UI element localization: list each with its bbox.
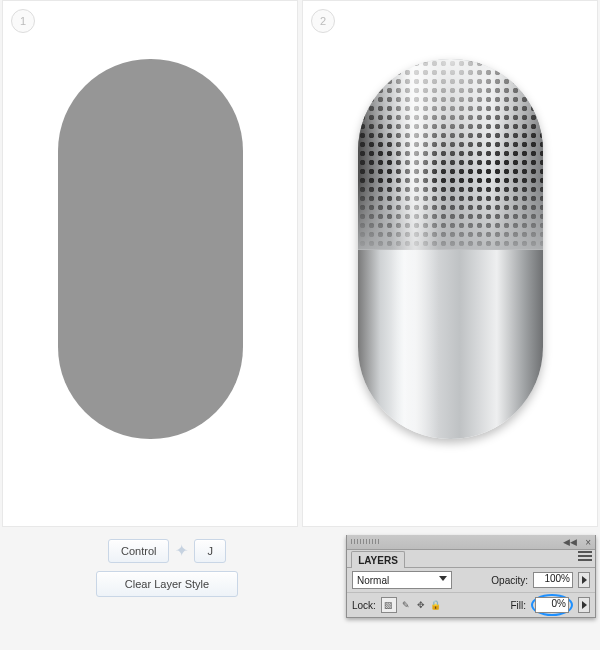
opacity-field[interactable]: 100% bbox=[533, 572, 573, 588]
step-panel-1: 1 bbox=[2, 0, 298, 527]
lock-label: Lock: bbox=[352, 600, 376, 611]
capsule-shape-flat bbox=[58, 59, 243, 439]
capsule-grille-pattern bbox=[358, 59, 543, 250]
key-j[interactable]: J bbox=[194, 539, 226, 563]
palette-close-icon[interactable]: × bbox=[585, 537, 591, 548]
clear-layer-style-button[interactable]: Clear Layer Style bbox=[96, 571, 238, 597]
lock-transparency-icon[interactable]: ▧ bbox=[381, 597, 397, 613]
step-panel-2: 2 bbox=[302, 0, 598, 527]
plus-icon: ✦ bbox=[175, 545, 188, 557]
key-control[interactable]: Control bbox=[108, 539, 169, 563]
layers-palette: ◀◀ × LAYERS Normal Opacity: 100% Lock: ▧… bbox=[346, 535, 596, 618]
capsule-highlight bbox=[391, 59, 439, 439]
step-badge-2: 2 bbox=[311, 9, 335, 33]
fill-stepper[interactable] bbox=[578, 597, 590, 613]
blend-opacity-row: Normal Opacity: 100% bbox=[347, 568, 595, 592]
palette-menu-icon[interactable] bbox=[578, 551, 592, 563]
lock-icon-group: ▧ ✎ ✥ 🔒 bbox=[381, 597, 442, 613]
lock-paint-icon[interactable]: ✎ bbox=[400, 598, 412, 612]
lock-move-icon[interactable]: ✥ bbox=[415, 598, 427, 612]
lock-fill-row: Lock: ▧ ✎ ✥ 🔒 Fill: 0% bbox=[347, 592, 595, 617]
fill-field[interactable]: 0% bbox=[535, 597, 569, 613]
chevron-down-icon bbox=[439, 576, 447, 581]
fill-label: Fill: bbox=[510, 600, 526, 611]
palette-body: Normal Opacity: 100% Lock: ▧ ✎ ✥ 🔒 Fill: bbox=[347, 567, 595, 617]
step-badge-1: 1 bbox=[11, 9, 35, 33]
lock-all-icon[interactable]: 🔒 bbox=[430, 598, 442, 612]
palette-titlebar[interactable]: ◀◀ × bbox=[347, 535, 595, 550]
comparison-stage: 1 2 bbox=[0, 0, 600, 527]
opacity-label: Opacity: bbox=[491, 575, 528, 586]
blend-mode-value: Normal bbox=[357, 575, 389, 586]
capsule-shape-rendered bbox=[358, 59, 543, 439]
fill-highlight-ring: 0% bbox=[531, 594, 573, 616]
palette-collapse-icon[interactable]: ◀◀ bbox=[563, 537, 577, 547]
shortcut-controls: Control ✦ J Clear Layer Style bbox=[4, 535, 330, 618]
palette-grip-icon bbox=[351, 539, 381, 544]
shortcut-key-row: Control ✦ J bbox=[108, 539, 226, 563]
bottom-row: Control ✦ J Clear Layer Style ◀◀ × LAYER… bbox=[0, 535, 600, 618]
blend-mode-select[interactable]: Normal bbox=[352, 571, 452, 589]
opacity-stepper[interactable] bbox=[578, 572, 590, 588]
layers-tab[interactable]: LAYERS bbox=[351, 551, 405, 568]
